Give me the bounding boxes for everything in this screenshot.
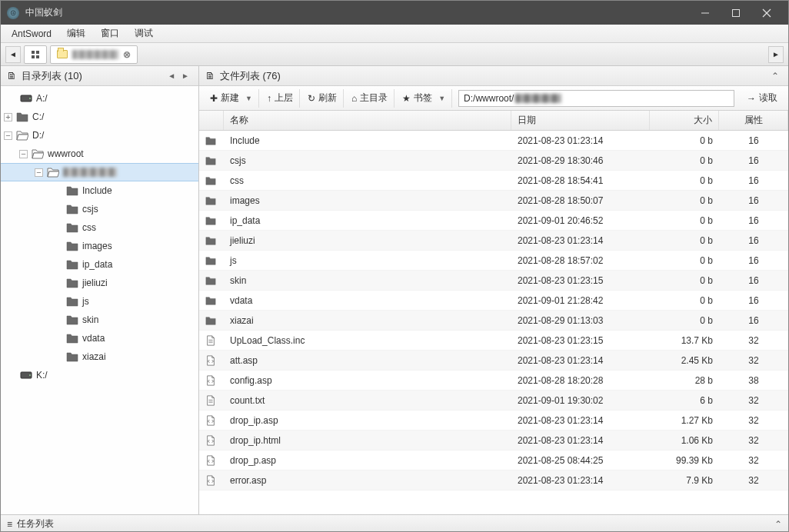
new-button[interactable]: ✚ 新建 ▼ — [204, 89, 259, 108]
table-row[interactable]: csjs 2021-08-29 18:30:46 0 b 16 — [199, 151, 788, 171]
menu-window[interactable]: 窗口 — [93, 27, 127, 40]
row-name: Include — [224, 131, 511, 150]
tree-folder[interactable]: ip_data — [1, 255, 198, 274]
maximize-button[interactable] — [721, 1, 751, 25]
tree-expand-icon[interactable]: + — [4, 113, 12, 121]
table-row[interactable]: xiazai 2021-08-29 01:13:03 0 b 16 — [199, 311, 788, 331]
panel-next-arrow[interactable]: ► — [178, 71, 192, 80]
tree-spacer — [50, 295, 62, 308]
panel-expand-icon[interactable]: ⌃ — [774, 519, 782, 530]
tree-folder-wwwroot[interactable]: − wwwroot — [1, 145, 198, 163]
tree-collapse-icon[interactable]: − — [4, 131, 12, 140]
tree-folder[interactable]: csjs — [1, 200, 198, 218]
col-name[interactable]: 名称 — [224, 111, 511, 130]
table-row[interactable]: css 2021-08-28 18:54:41 0 b 16 — [199, 171, 788, 191]
tree-folder[interactable]: Include — [1, 181, 198, 200]
tree-collapse-icon[interactable]: − — [35, 168, 43, 177]
minimize-button[interactable] — [690, 1, 721, 25]
directory-panel-header: 🗎 目录列表 (10) ◄ ► — [1, 66, 198, 86]
row-date: 2021-09-01 20:46:52 — [511, 211, 650, 230]
tree-spacer — [50, 221, 62, 234]
menu-debug[interactable]: 调试 — [127, 27, 161, 40]
row-attr: 32 — [719, 391, 788, 410]
table-row[interactable]: config.asp 2021-08-28 18:20:28 28 b 38 — [199, 371, 788, 391]
row-date: 2021-08-25 08:44:25 — [511, 451, 650, 470]
table-row[interactable]: att.asp 2021-08-23 01:23:14 2.45 Kb 32 — [199, 351, 788, 371]
col-date[interactable]: 日期 — [511, 111, 650, 130]
row-icon — [199, 131, 224, 150]
tree-spacer — [50, 203, 62, 215]
refresh-button[interactable]: ↻ 刷新 — [301, 89, 344, 108]
table-row[interactable]: js 2021-08-28 18:57:02 0 b 16 — [199, 251, 788, 271]
panel-collapse-icon[interactable]: ⌃ — [768, 71, 782, 81]
file-icon — [205, 334, 216, 347]
tree-folder[interactable]: vdata — [1, 329, 198, 347]
tree-collapse-icon[interactable]: − — [19, 150, 28, 158]
table-row[interactable]: UpLoad_Class.inc 2021-08-23 01:23:15 13.… — [199, 331, 788, 351]
table-row[interactable]: drop_ip.html 2021-08-23 01:23:14 1.06 Kb… — [199, 431, 788, 451]
code-icon — [205, 374, 216, 387]
row-size: 99.39 Kb — [650, 451, 719, 470]
table-row[interactable]: drop_p.asp 2021-08-25 08:44:25 99.39 Kb … — [199, 451, 788, 470]
col-size[interactable]: 大小 — [650, 111, 719, 130]
table-row[interactable]: skin 2021-08-23 01:23:15 0 b 16 — [199, 271, 788, 291]
refresh-label: 刷新 — [318, 91, 337, 105]
menu-antsword[interactable]: AntSword — [4, 28, 59, 39]
table-body[interactable]: Include 2021-08-23 01:23:14 0 b 16 csjs … — [199, 131, 788, 514]
table-row[interactable]: vdata 2021-09-01 21:28:42 0 b 16 — [199, 291, 788, 311]
tab-shell[interactable]: ⊗ — [50, 45, 138, 64]
row-date: 2021-08-23 01:23:14 — [511, 351, 650, 370]
row-date: 2021-08-28 18:50:07 — [511, 191, 650, 210]
tree-drive-a[interactable]: A:/ — [1, 89, 198, 108]
row-size: 0 b — [650, 271, 719, 290]
drive-icon — [20, 93, 32, 104]
tree-drive-d[interactable]: − D:/ — [1, 126, 198, 145]
row-date: 2021-08-28 18:57:02 — [511, 251, 650, 270]
col-attr[interactable]: 属性 — [719, 111, 788, 130]
table-row[interactable]: jieliuzi 2021-08-23 01:23:14 0 b 16 — [199, 231, 788, 251]
table-row[interactable]: error.asp 2021-08-23 01:23:14 7.9 Kb 32 — [199, 470, 788, 490]
bookmark-button[interactable]: ★ 书签 ▼ — [396, 89, 452, 108]
table-row[interactable]: count.txt 2021-09-01 19:30:02 6 b 32 — [199, 391, 788, 411]
path-input[interactable]: D:/wwwroot/ — [458, 90, 734, 107]
row-size: 0 b — [650, 211, 719, 230]
tree-folder[interactable]: images — [1, 237, 198, 255]
sidebar: 🗎 目录列表 (10) ◄ ► A:/ + C:/ − D:/ — [1, 66, 199, 514]
up-button[interactable]: ↑ 上层 — [261, 89, 300, 108]
folder-icon — [66, 333, 78, 344]
tree-folder-current[interactable]: − — [1, 163, 198, 181]
tab-home[interactable] — [24, 45, 47, 64]
table-row[interactable]: Include 2021-08-23 01:23:14 0 b 16 — [199, 131, 788, 151]
drive-icon — [20, 370, 32, 381]
table-row[interactable]: drop_ip.asp 2021-08-23 01:23:14 1.27 Kb … — [199, 411, 788, 431]
col-icon[interactable] — [199, 111, 224, 130]
row-name: images — [224, 191, 511, 210]
tree-folder[interactable]: jieliuzi — [1, 274, 198, 292]
folder-icon — [205, 175, 216, 187]
tree-folder[interactable]: css — [1, 218, 198, 237]
tree-drive-c[interactable]: + C:/ — [1, 108, 198, 126]
folder-icon — [205, 135, 216, 147]
home-button[interactable]: ⌂ 主目录 — [345, 89, 394, 108]
home-icon: ⌂ — [351, 93, 357, 104]
table-row[interactable]: ip_data 2021-09-01 20:46:52 0 b 16 — [199, 211, 788, 231]
table-row[interactable]: images 2021-08-28 18:50:07 0 b 16 — [199, 191, 788, 211]
tree-folder[interactable]: js — [1, 292, 198, 311]
read-button[interactable]: → 读取 — [741, 89, 784, 108]
tab-label-blurred — [72, 50, 118, 59]
tree-label: images — [82, 241, 112, 251]
close-button[interactable] — [751, 1, 782, 25]
menu-edit[interactable]: 编辑 — [59, 27, 93, 40]
bookmark-icon: ★ — [402, 93, 411, 104]
tabstrip-next-button[interactable]: ► — [768, 46, 784, 63]
tabstrip-prev-button[interactable]: ◄ — [5, 46, 21, 63]
row-size: 0 b — [650, 171, 719, 190]
row-size: 0 b — [650, 131, 719, 150]
row-attr: 16 — [719, 271, 788, 290]
tab-close-icon[interactable]: ⊗ — [123, 49, 131, 60]
tabstrip: ◄ ⊗ ► — [1, 43, 788, 66]
tree-folder[interactable]: xiazai — [1, 347, 198, 366]
panel-prev-arrow[interactable]: ◄ — [165, 71, 178, 80]
tree-folder[interactable]: skin — [1, 311, 198, 329]
tree-drive-k[interactable]: K:/ — [1, 366, 198, 384]
